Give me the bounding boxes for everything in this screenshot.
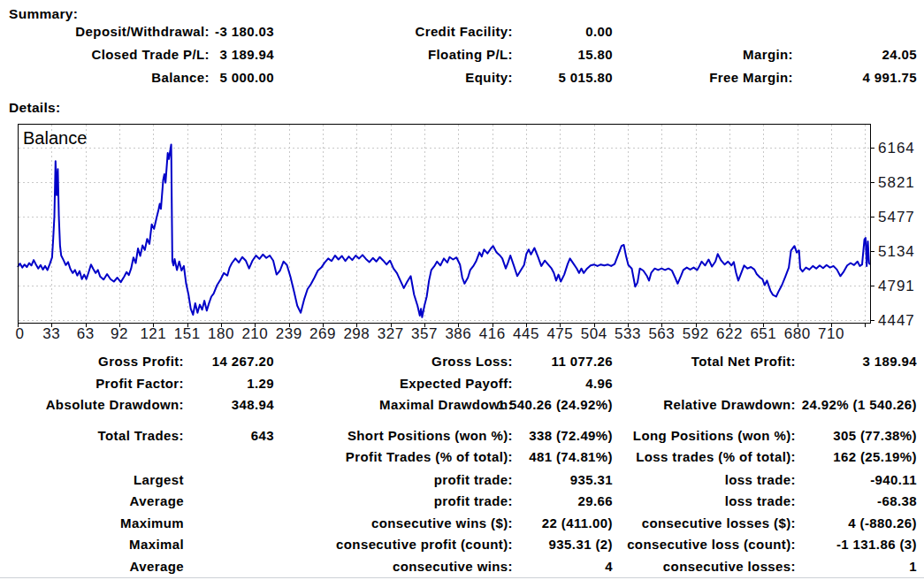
average-loss-trade-label: loss trade:	[725, 493, 796, 508]
maximal-drawdown-value: 1 540.26 (24.92%)	[498, 397, 613, 412]
consecutive-profit-count-label: consecutive profit (count):	[336, 537, 513, 552]
details-row-trades: Total Trades: 643 Short Positions (won %…	[0, 428, 924, 446]
svg-text:239: 239	[276, 325, 302, 342]
total-trades-value: 643	[251, 428, 274, 443]
relative-drawdown-label: Relative Drawdown:	[663, 397, 796, 412]
consecutive-wins-label: consecutive wins:	[393, 559, 513, 574]
long-positions-label: Long Positions (won %):	[633, 428, 796, 443]
details-heading: Details:	[9, 100, 60, 116]
absolute-drawdown-label: Absolute Drawdown:	[46, 397, 184, 412]
average-profit-trade-value: 29.66	[577, 493, 613, 508]
balance-chart: 0336392121151180210239269298327357386416…	[0, 119, 924, 351]
loss-trades-value: 162 (25.19%)	[833, 449, 917, 464]
balance-label: Balance:	[151, 70, 210, 85]
closed-trade-pl-value: 3 189.94	[219, 47, 274, 62]
svg-text:298: 298	[343, 325, 370, 342]
short-positions-label: Short Positions (won %):	[347, 428, 513, 443]
svg-text:63: 63	[77, 325, 95, 342]
svg-text:269: 269	[309, 325, 336, 342]
free-margin-label: Free Margin:	[709, 70, 793, 85]
svg-text:4447: 4447	[878, 312, 915, 329]
average-consecutive-label: Average	[130, 559, 184, 574]
largest-loss-trade-label: loss trade:	[725, 472, 796, 487]
long-positions-value: 305 (77.38%)	[833, 428, 917, 443]
svg-text:533: 533	[615, 325, 641, 342]
svg-text:5134: 5134	[878, 243, 915, 260]
consecutive-wins-value: 4	[605, 559, 613, 574]
relative-drawdown-value: 24.92% (1 540.26)	[802, 397, 917, 412]
svg-text:121: 121	[140, 325, 166, 342]
short-positions-value: 338 (72.49%)	[529, 428, 613, 443]
details-row-drawdown: Absolute Drawdown: 348.94 Maximal Drawdo…	[0, 397, 924, 415]
svg-text:92: 92	[111, 325, 128, 342]
bottom-divider	[0, 577, 924, 578]
equity-label: Equity:	[465, 70, 513, 85]
summary-row-closed-pl: Closed Trade P/L: 3 189.94 Floating P/L:…	[0, 47, 924, 65]
maximal-label: Maximal	[129, 537, 184, 552]
consecutive-losses-money-label: consecutive losses ($):	[642, 515, 796, 530]
svg-text:475: 475	[546, 325, 573, 342]
total-net-profit-value: 3 189.94	[862, 354, 917, 369]
svg-text:357: 357	[411, 325, 438, 342]
average-label: Average	[130, 493, 184, 508]
details-row-maximal-consecutive: Maximal consecutive profit (count): 935.…	[0, 537, 924, 554]
consecutive-losses-money-value: 4 (-880.26)	[848, 515, 917, 530]
credit-facility-value: 0.00	[585, 24, 613, 39]
floating-pl-label: Floating P/L:	[428, 47, 513, 62]
profit-factor-value: 1.29	[247, 376, 274, 391]
svg-text:0: 0	[16, 325, 25, 342]
maximal-drawdown-label: Maximal Drawdown:	[379, 397, 513, 412]
summary-row-balance: Balance: 5 000.00 Equity: 5 015.80 Free …	[0, 70, 924, 88]
svg-text:5821: 5821	[878, 174, 915, 191]
credit-facility-label: Credit Facility:	[415, 24, 513, 39]
floating-pl-value: 15.80	[577, 47, 613, 62]
svg-text:651: 651	[750, 325, 776, 342]
svg-text:504: 504	[581, 325, 607, 342]
consecutive-losses-value: 1	[909, 559, 917, 574]
svg-text:33: 33	[42, 325, 60, 342]
deposit-withdrawal-label: Deposit/Withdrawal:	[75, 24, 210, 39]
consecutive-profit-count-value: 935.31 (2)	[549, 537, 613, 552]
maximum-label: Maximum	[120, 515, 184, 530]
svg-text:4791: 4791	[878, 278, 915, 294]
details-row-gross: Gross Profit: 14 267.20 Gross Loss: 11 0…	[0, 354, 924, 371]
closed-trade-pl-label: Closed Trade P/L:	[92, 47, 210, 62]
svg-text:5477: 5477	[878, 209, 915, 225]
gross-loss-label: Gross Loss:	[431, 354, 513, 369]
svg-text:445: 445	[513, 325, 539, 342]
svg-text:180: 180	[208, 325, 234, 342]
summary-row-deposit: Deposit/Withdrawal: -3 180.03 Credit Fac…	[0, 24, 924, 42]
svg-text:710: 710	[818, 325, 844, 342]
details-row-largest: Largest profit trade: 935.31 loss trade:…	[0, 472, 924, 490]
largest-profit-trade-value: 935.31	[570, 472, 613, 487]
svg-text:563: 563	[648, 325, 675, 342]
details-row-maximum-consecutive: Maximum consecutive wins ($): 22 (411.00…	[0, 515, 924, 533]
margin-label: Margin:	[743, 47, 793, 62]
details-row-factor: Profit Factor: 1.29 Expected Payoff: 4.9…	[0, 376, 924, 393]
consecutive-loss-count-value: -1 131.86 (3)	[836, 537, 917, 552]
svg-text:Balance: Balance	[23, 128, 87, 148]
details-row-average-consecutive: Average consecutive wins: 4 consecutive …	[0, 559, 924, 576]
svg-text:210: 210	[241, 325, 268, 342]
consecutive-loss-count-label: consecutive loss (count):	[627, 537, 796, 552]
details-row-average-trade: Average profit trade: 29.66 loss trade: …	[0, 493, 924, 511]
loss-trades-label: Loss trades (% of total):	[636, 449, 796, 464]
svg-text:416: 416	[479, 325, 506, 342]
svg-text:327: 327	[378, 325, 404, 342]
total-trades-label: Total Trades:	[98, 428, 184, 443]
total-net-profit-label: Total Net Profit:	[691, 354, 796, 369]
svg-text:151: 151	[174, 325, 201, 342]
absolute-drawdown-value: 348.94	[232, 397, 274, 412]
largest-label: Largest	[134, 472, 184, 487]
deposit-withdrawal-value: -3 180.03	[215, 24, 274, 39]
gross-loss-value: 11 077.26	[551, 354, 613, 369]
svg-text:386: 386	[445, 325, 471, 342]
profit-trades-value: 481 (74.81%)	[529, 449, 613, 464]
expected-payoff-value: 4.96	[585, 376, 613, 391]
average-profit-trade-label: profit trade:	[434, 493, 513, 508]
largest-profit-trade-label: profit trade:	[434, 472, 513, 487]
profit-trades-label: Profit Trades (% of total):	[346, 449, 513, 464]
svg-text:6164: 6164	[878, 140, 915, 156]
gross-profit-label: Gross Profit:	[98, 354, 184, 369]
average-loss-trade-value: -68.38	[877, 493, 917, 508]
